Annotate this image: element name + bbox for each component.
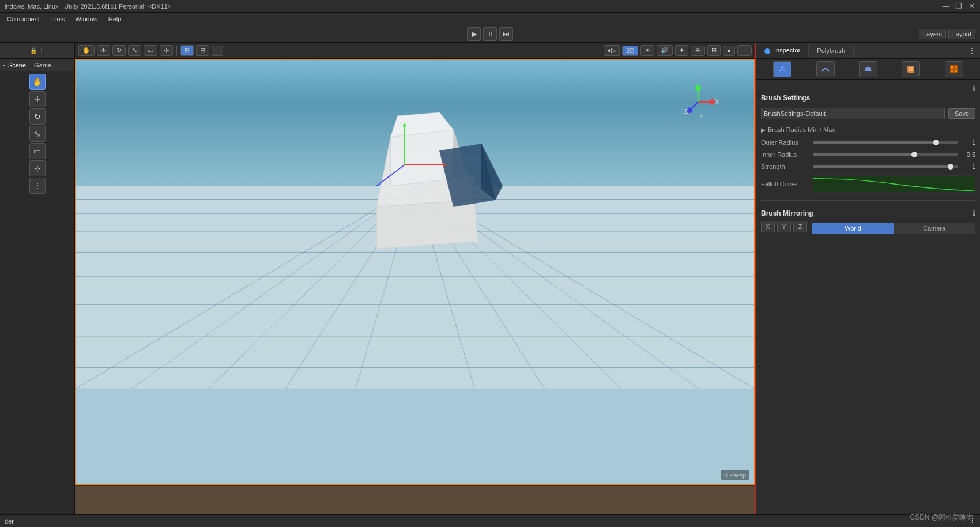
grid-vis-btn[interactable]: ⊞ (707, 45, 721, 56)
inner-radius-label: Inner Radius (761, 151, 813, 158)
tab-polybrush[interactable]: Polybrush (809, 45, 854, 57)
persp-label: < Persp (721, 470, 749, 480)
hand-vp-btn[interactable]: ✋ (78, 45, 95, 56)
paint-btn[interactable] (902, 61, 920, 77)
flatten-btn[interactable] (859, 61, 877, 77)
strength-row: Strength 1 (761, 163, 975, 170)
scene-tab[interactable]: Scene (8, 62, 29, 69)
close-button[interactable]: ✕ (967, 2, 975, 10)
pause-button[interactable]: ⏸ (483, 27, 497, 41)
info-icon[interactable]: ℹ (973, 84, 975, 93)
strength-slider[interactable] (813, 165, 958, 168)
outer-radius-slider-container (813, 141, 958, 144)
brush-mode-icons (756, 59, 980, 80)
menu-component[interactable]: Component (2, 14, 44, 24)
strength-slider-container (813, 165, 958, 168)
light-btn[interactable]: ☀ (640, 45, 654, 56)
raise-lower-btn[interactable] (773, 61, 791, 77)
rect-tool[interactable]: ▭ (29, 143, 46, 159)
mirror-info-icon[interactable]: ℹ (973, 209, 975, 217)
axis-x-btn[interactable]: X (761, 221, 775, 232)
step-button[interactable]: ⏭ (499, 27, 513, 41)
rect-vp-btn[interactable]: ▭ (144, 45, 157, 56)
hand-tool[interactable]: ✋ (29, 74, 46, 90)
radius-collapse-arrow[interactable]: ▶ (761, 127, 766, 133)
gizmos-btn[interactable]: ● (723, 46, 735, 56)
save-btn[interactable]: Save (948, 108, 975, 119)
inspector-body: ℹ Brush Settings BrushSettings-Default S… (756, 80, 980, 514)
inspector-menu-btn[interactable]: ⋮ (964, 44, 980, 57)
outer-radius-row: Outer Radius 1 (761, 139, 975, 146)
inner-radius-row: Inner Radius 0.5 (761, 151, 975, 158)
axis-z-btn[interactable]: Z (793, 221, 807, 232)
multi-vp-btn[interactable]: ⊹ (160, 45, 173, 56)
outer-radius-thumb[interactable] (933, 140, 939, 145)
svg-rect-48 (951, 70, 953, 72)
outer-radius-value: 1 (958, 139, 975, 146)
menu-tools[interactable]: Tools (46, 14, 70, 24)
camera-toggle-btn[interactable]: Camera (894, 223, 975, 234)
scene-background (76, 60, 754, 484)
strength-thumb[interactable] (948, 164, 953, 170)
outer-radius-slider[interactable] (813, 141, 958, 144)
bottom-panel-header: der ⋮ (0, 515, 980, 527)
smooth-btn[interactable] (816, 61, 835, 77)
svg-rect-46 (951, 66, 953, 69)
custom-tool[interactable]: ⋮ (29, 178, 46, 194)
title-bar: indows, Mac, Linux - Unity 2021.3.6f1c1 … (0, 0, 980, 13)
inner-radius-slider-container (813, 153, 958, 156)
info-row: ℹ (761, 84, 975, 93)
texture-btn[interactable] (945, 61, 963, 77)
brush-mirroring-section: Brush Mirroring ℹ X Y Z World Camera (761, 209, 975, 236)
falloff-row: Falloff Curve (761, 175, 975, 193)
brush-settings-header: Brush Settings (761, 94, 975, 102)
mirror-toggle: World Camera (812, 223, 975, 234)
grid-vp-btn[interactable]: ⊞ (180, 45, 194, 56)
tab-inspector[interactable]: Inspector (756, 44, 809, 56)
inspector-tabs: Inspector Polybrush ⋮ (756, 43, 980, 59)
inner-radius-track (813, 153, 914, 156)
axis-y-btn[interactable]: Y (777, 221, 791, 232)
title-bar-controls: — ❐ ✕ (942, 2, 975, 10)
rotate-vp-btn[interactable]: ↻ (112, 45, 126, 56)
move-vp-btn[interactable]: ✛ (97, 45, 110, 56)
rotate-tool[interactable]: ↻ (29, 108, 46, 125)
layout-dropdown[interactable]: Layout (948, 29, 975, 39)
layers-dropdown[interactable]: Layers (919, 29, 946, 39)
brush-settings-title: Brush Settings (761, 94, 810, 102)
scale-vp-btn[interactable]: ⤡ (128, 45, 141, 56)
snap-vp-btn[interactable]: ⊟ (196, 45, 209, 56)
falloff-curve-canvas[interactable] (813, 175, 975, 193)
shading-btn[interactable]: ●▷ (604, 45, 620, 56)
radius-collapse-row: ▶ Brush Radius Min / Max (761, 126, 975, 133)
transform-tool[interactable]: ⊹ (29, 160, 46, 176)
fx-btn[interactable]: ✦ (675, 45, 688, 56)
scene-vis-btn[interactable]: 👁 (691, 46, 705, 56)
2d-btn[interactable]: 2D (622, 46, 638, 56)
minimize-button[interactable]: — (942, 2, 950, 10)
align-vp-btn[interactable]: ≡ (212, 46, 223, 56)
sidebar-tools: ✋ ✛ ↻ ⤡ ▭ ⊹ ⋮ (0, 71, 74, 196)
preset-dropdown[interactable]: BrushSettings-Default (761, 108, 945, 119)
sep1 (176, 46, 177, 56)
title-bar-title: indows, Mac, Linux - Unity 2021.3.6f1c1 … (5, 3, 171, 10)
inner-radius-slider[interactable] (813, 153, 958, 156)
menu-window[interactable]: Window (71, 14, 103, 24)
play-button[interactable]: ▶ (467, 27, 481, 41)
audio-btn[interactable]: 🔊 (657, 45, 673, 56)
strength-track (813, 165, 951, 168)
svg-rect-44 (909, 67, 913, 71)
game-tab[interactable]: Game (31, 62, 55, 69)
inner-radius-thumb[interactable] (911, 152, 917, 157)
paint-icon (906, 65, 915, 74)
menu-bar: Component Tools Window Help (0, 13, 980, 25)
maximize-button[interactable]: ❐ (955, 2, 963, 10)
world-toggle-btn[interactable]: World (812, 223, 894, 234)
scale-tool[interactable]: ⤡ (29, 126, 46, 142)
mirror-axes: X Y Z (761, 221, 807, 232)
more-btn[interactable]: ⋮ (737, 45, 752, 56)
menu-help[interactable]: Help (104, 14, 126, 24)
svg-rect-47 (955, 66, 957, 69)
move-tool[interactable]: ✛ (29, 91, 46, 107)
mirror-controls: X Y Z World Camera (761, 221, 975, 236)
